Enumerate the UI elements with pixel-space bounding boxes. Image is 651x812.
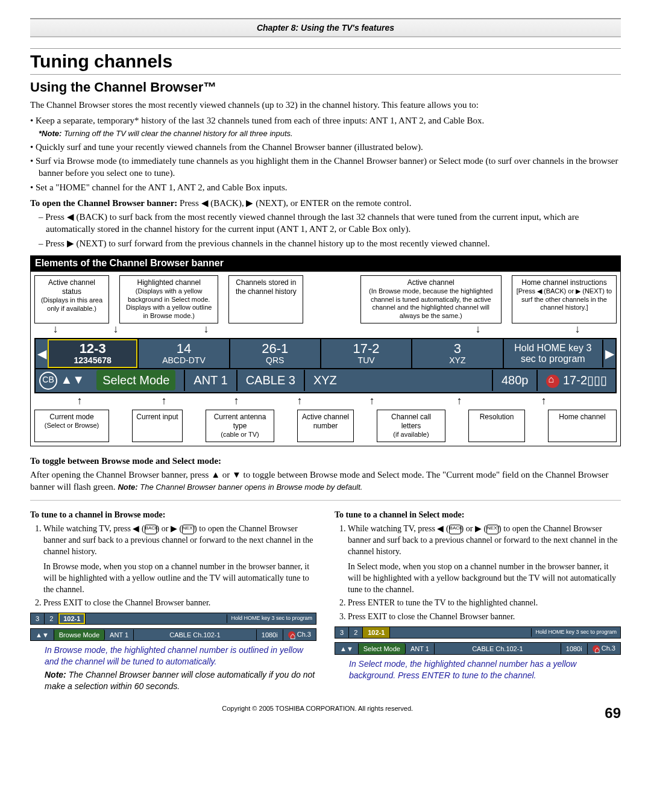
browse-mini-banner: 32102-1 Hold HOME key 3 sec to program (30, 613, 316, 625)
open-banner-lead: To open the Channel Browser banner: (30, 198, 177, 208)
open-banner-text: Press ◀ (BACK), ▶ (NEXT), or ENTER on th… (177, 198, 411, 208)
footer: Copyright © 2005 TOSHIBA CORPORATION. Al… (30, 705, 621, 712)
select-heading: To tune to a channel in Select mode: (335, 510, 621, 521)
home-icon (593, 645, 600, 652)
label-home-instr: Home channel instructions[Press ◀ (BACK)… (512, 275, 617, 323)
channel-slot-0: 12-312345678 (48, 339, 139, 368)
select-step-2: Press ENTER to tune the TV to the highli… (348, 598, 621, 609)
label-call-letters: Channel call letters(if available) (377, 410, 445, 442)
browse-step-1-detail: In Browse mode, when you stop on a chann… (43, 561, 316, 596)
input-value: ANT 1 (185, 370, 237, 391)
page-title: Tuning channels (30, 48, 621, 75)
browse-step-1: While watching TV, press ◀ (BACK) or ▶ (… (43, 523, 316, 595)
label-stored: Channels stored in the channel history (228, 275, 303, 323)
antenna-value: CABLE 3 (237, 370, 305, 391)
open-sub-1: – Press ◀ (BACK) to surf back from the m… (30, 211, 621, 236)
channel-slot-4: 3XYZ (412, 339, 503, 368)
next-icon: NEXT (486, 525, 498, 534)
intro-text: The Channel Browser stores the most rece… (30, 99, 621, 111)
label-active-status: Active channel status(Displays in this a… (34, 275, 109, 323)
left-arrow-icon: ◀ (36, 346, 48, 361)
select-mini-banner: 32102-1 Hold HOME key 3 sec to program (335, 626, 621, 639)
toggle-heading: To toggle between Browse mode and Select… (30, 456, 221, 466)
select-step-1-detail: In Select mode, when you stop on a chann… (348, 561, 621, 596)
elements-header: Elements of the Channel Browser banner (30, 255, 621, 271)
label-active-number: Active channel number (297, 410, 354, 442)
browse-note: Note: The Channel Browser banner will cl… (45, 669, 316, 692)
next-icon: NEXT (182, 525, 194, 534)
browser-diagram: Active channel status(Displays in this a… (30, 271, 621, 446)
label-resolution: Resolution (468, 410, 525, 442)
note-text: Turning off the TV will clear the channe… (61, 129, 292, 138)
section-title: Using the Channel Browser™ (30, 80, 621, 95)
channel-slot-1: 14ABCD-DTV (139, 339, 230, 368)
browse-mini-mode: ▲▼Browse ModeANT 1CABLE Ch.102-11080i Ch… (30, 628, 316, 641)
feature-list: Keep a separate, temporary* history of t… (30, 114, 621, 193)
home-icon (546, 375, 559, 388)
select-caption: In Select mode, the highlighted channel … (349, 658, 621, 681)
select-step-1: While watching TV, press ◀ (BACK) or ▶ (… (348, 523, 621, 595)
back-icon: BACK (145, 525, 157, 534)
label-antenna-type: Current antenna type(cable or TV) (206, 410, 274, 442)
browse-mode-column: To tune to a channel in Browse mode: Whi… (30, 508, 316, 694)
toggle-body: After opening the Channel Browser banner… (30, 469, 621, 493)
right-arrow-icon: ▶ (603, 346, 615, 361)
home-channel-value: 17-2 (563, 373, 587, 387)
label-current-input: Current input (132, 410, 183, 442)
open-sub-2: – Press ▶ (NEXT) to surf forward from th… (30, 237, 621, 249)
bullet-4: Set a "HOME" channel for the ANT 1, ANT … (30, 181, 621, 193)
bullet-2: Quickly surf and tune your recently view… (30, 141, 621, 153)
open-banner: To open the Channel Browser banner: Pres… (30, 197, 621, 209)
label-highlighted: Highlighted channel(Displays with a yell… (119, 275, 218, 323)
select-mini-mode: ▲▼Select ModeANT 1CABLE Ch.102-11080i Ch… (335, 642, 621, 655)
channel-slot-3: 17-2TUV (321, 339, 412, 368)
browse-step-2: Press EXIT to close the Channel Browser … (43, 598, 316, 609)
select-step-3: Press EXIT to close the Channel Browser … (348, 611, 621, 623)
chapter-header: Chapter 8: Using the TV's features (30, 18, 621, 37)
call-letters-value: XYZ (305, 370, 493, 391)
browse-heading: To tune to a channel in Browse mode: (30, 510, 316, 521)
page-number: 69 (605, 705, 621, 722)
label-current-mode: Current mode(Select or Browse) (34, 410, 109, 442)
bullet-1: Keep a separate, temporary* history of t… (36, 116, 484, 125)
note-label: *Note: (39, 129, 61, 138)
updown-icon: ▲▼ (61, 373, 85, 386)
label-home-channel: Home channel (548, 410, 617, 442)
channel-strip: ◀ 12-312345678 14ABCD-DTV 26-1QRS 17-2TU… (34, 338, 617, 369)
channel-slot-2: 26-1QRS (230, 339, 321, 368)
mode-value: Select Mode (96, 370, 175, 390)
cb-icon: CB (39, 372, 57, 390)
mode-strip: CB ▲▼ Select Mode ANT 1 CABLE 3 XYZ 480p… (34, 369, 617, 393)
bullet-3: Surf via Browse mode (to immediately tun… (30, 155, 621, 180)
resolution-value: 480p (493, 370, 538, 391)
browse-caption: In Browse mode, the highlighted channel … (45, 645, 316, 667)
back-icon: BACK (449, 525, 461, 534)
home-icon (288, 631, 295, 639)
select-mode-column: To tune to a channel in Select mode: Whi… (335, 508, 621, 694)
hold-home-text: Hold HOME key 3 sec to program (504, 340, 603, 367)
divider (30, 500, 621, 501)
label-active-channel: Active channel(In Browse mode, because t… (360, 275, 502, 323)
